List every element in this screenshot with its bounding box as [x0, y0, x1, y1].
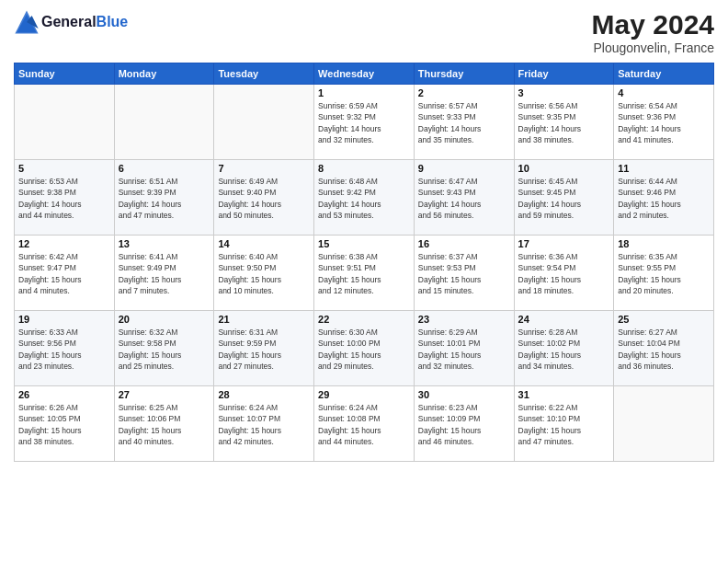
week-row-1: 5Sunrise: 6:53 AM Sunset: 9:38 PM Daylig… — [15, 160, 714, 236]
day-number: 16 — [418, 238, 510, 249]
calendar-cell: 22Sunrise: 6:30 AM Sunset: 10:00 PM Dayl… — [314, 311, 415, 386]
calendar-cell: 23Sunrise: 6:29 AM Sunset: 10:01 PM Dayl… — [414, 311, 514, 386]
calendar-cell: 13Sunrise: 6:41 AM Sunset: 9:49 PM Dayli… — [114, 236, 214, 311]
day-info: Sunrise: 6:40 AM Sunset: 9:50 PM Dayligh… — [218, 251, 310, 296]
logo-icon — [14, 9, 40, 35]
day-info: Sunrise: 6:31 AM Sunset: 9:59 PM Dayligh… — [218, 327, 310, 372]
calendar-cell — [614, 386, 714, 462]
day-info: Sunrise: 6:36 AM Sunset: 9:54 PM Dayligh… — [518, 251, 610, 296]
calendar-cell: 7Sunrise: 6:49 AM Sunset: 9:40 PM Daylig… — [214, 160, 314, 236]
day-number: 4 — [618, 87, 710, 98]
week-row-2: 12Sunrise: 6:42 AM Sunset: 9:47 PM Dayli… — [15, 236, 714, 311]
calendar-cell: 3Sunrise: 6:56 AM Sunset: 9:35 PM Daylig… — [514, 85, 614, 160]
location-title: Plougonvelin, France — [592, 40, 714, 55]
day-info: Sunrise: 6:51 AM Sunset: 9:39 PM Dayligh… — [119, 176, 210, 221]
calendar-cell: 12Sunrise: 6:42 AM Sunset: 9:47 PM Dayli… — [15, 236, 115, 311]
day-number: 27 — [119, 389, 210, 400]
day-info: Sunrise: 6:59 AM Sunset: 9:32 PM Dayligh… — [318, 100, 410, 145]
calendar-cell: 25Sunrise: 6:27 AM Sunset: 10:04 PM Dayl… — [614, 311, 714, 386]
day-info: Sunrise: 6:24 AM Sunset: 10:08 PM Daylig… — [318, 402, 410, 447]
calendar-cell: 9Sunrise: 6:47 AM Sunset: 9:43 PM Daylig… — [414, 160, 514, 236]
calendar-cell: 26Sunrise: 6:26 AM Sunset: 10:05 PM Dayl… — [15, 386, 115, 462]
week-row-4: 26Sunrise: 6:26 AM Sunset: 10:05 PM Dayl… — [15, 386, 714, 462]
calendar-cell: 15Sunrise: 6:38 AM Sunset: 9:51 PM Dayli… — [314, 236, 415, 311]
day-number: 10 — [518, 163, 610, 174]
day-number: 3 — [518, 87, 610, 98]
weekday-header-wednesday: Wednesday — [314, 63, 415, 85]
day-number: 6 — [119, 163, 210, 174]
logo-text: GeneralBlue — [41, 14, 128, 30]
day-number: 2 — [418, 87, 510, 98]
day-number: 29 — [318, 389, 410, 400]
day-number: 17 — [518, 238, 610, 249]
day-number: 24 — [518, 314, 610, 325]
calendar-cell: 17Sunrise: 6:36 AM Sunset: 9:54 PM Dayli… — [514, 236, 614, 311]
day-number: 11 — [618, 163, 710, 174]
calendar-cell: 24Sunrise: 6:28 AM Sunset: 10:02 PM Dayl… — [514, 311, 614, 386]
calendar-cell: 8Sunrise: 6:48 AM Sunset: 9:42 PM Daylig… — [314, 160, 415, 236]
calendar-cell — [214, 85, 314, 160]
weekday-header-monday: Monday — [114, 63, 214, 85]
calendar-cell — [15, 85, 115, 160]
weekday-header-saturday: Saturday — [614, 63, 714, 85]
calendar-cell — [114, 85, 214, 160]
day-number: 23 — [418, 314, 510, 325]
calendar-cell: 16Sunrise: 6:37 AM Sunset: 9:53 PM Dayli… — [414, 236, 514, 311]
calendar-cell: 20Sunrise: 6:32 AM Sunset: 9:58 PM Dayli… — [114, 311, 214, 386]
day-number: 7 — [218, 163, 310, 174]
day-number: 20 — [119, 314, 210, 325]
day-info: Sunrise: 6:26 AM Sunset: 10:05 PM Daylig… — [18, 402, 110, 447]
calendar-cell: 1Sunrise: 6:59 AM Sunset: 9:32 PM Daylig… — [314, 85, 415, 160]
day-number: 19 — [18, 314, 110, 325]
day-info: Sunrise: 6:44 AM Sunset: 9:46 PM Dayligh… — [618, 176, 710, 221]
day-number: 21 — [218, 314, 310, 325]
calendar-cell: 14Sunrise: 6:40 AM Sunset: 9:50 PM Dayli… — [214, 236, 314, 311]
header: GeneralBlue May 2024 Plougonvelin, Franc… — [14, 9, 714, 55]
calendar-table: SundayMondayTuesdayWednesdayThursdayFrid… — [14, 63, 714, 462]
day-number: 26 — [18, 389, 110, 400]
calendar-cell: 21Sunrise: 6:31 AM Sunset: 9:59 PM Dayli… — [214, 311, 314, 386]
calendar-cell: 28Sunrise: 6:24 AM Sunset: 10:07 PM Dayl… — [214, 386, 314, 462]
day-info: Sunrise: 6:25 AM Sunset: 10:06 PM Daylig… — [119, 402, 210, 447]
day-info: Sunrise: 6:30 AM Sunset: 10:00 PM Daylig… — [318, 327, 410, 372]
calendar-cell: 29Sunrise: 6:24 AM Sunset: 10:08 PM Dayl… — [314, 386, 415, 462]
day-info: Sunrise: 6:37 AM Sunset: 9:53 PM Dayligh… — [418, 251, 510, 296]
calendar-cell: 2Sunrise: 6:57 AM Sunset: 9:33 PM Daylig… — [414, 85, 514, 160]
calendar-cell: 31Sunrise: 6:22 AM Sunset: 10:10 PM Dayl… — [514, 386, 614, 462]
day-info: Sunrise: 6:33 AM Sunset: 9:56 PM Dayligh… — [18, 327, 110, 372]
day-number: 28 — [218, 389, 310, 400]
day-info: Sunrise: 6:48 AM Sunset: 9:42 PM Dayligh… — [318, 176, 410, 221]
day-info: Sunrise: 6:22 AM Sunset: 10:10 PM Daylig… — [518, 402, 610, 447]
day-number: 22 — [318, 314, 410, 325]
day-info: Sunrise: 6:57 AM Sunset: 9:33 PM Dayligh… — [418, 100, 510, 145]
calendar-cell: 4Sunrise: 6:54 AM Sunset: 9:36 PM Daylig… — [614, 85, 714, 160]
weekday-header-friday: Friday — [514, 63, 614, 85]
calendar-cell: 30Sunrise: 6:23 AM Sunset: 10:09 PM Dayl… — [414, 386, 514, 462]
day-info: Sunrise: 6:45 AM Sunset: 9:45 PM Dayligh… — [518, 176, 610, 221]
day-number: 30 — [418, 389, 510, 400]
calendar-cell: 11Sunrise: 6:44 AM Sunset: 9:46 PM Dayli… — [614, 160, 714, 236]
day-info: Sunrise: 6:35 AM Sunset: 9:55 PM Dayligh… — [618, 251, 710, 296]
weekday-header-thursday: Thursday — [414, 63, 514, 85]
calendar-cell: 19Sunrise: 6:33 AM Sunset: 9:56 PM Dayli… — [15, 311, 115, 386]
week-row-3: 19Sunrise: 6:33 AM Sunset: 9:56 PM Dayli… — [15, 311, 714, 386]
day-number: 1 — [318, 87, 410, 98]
day-number: 8 — [318, 163, 410, 174]
logo: GeneralBlue — [14, 9, 128, 35]
day-number: 18 — [618, 238, 710, 249]
day-number: 31 — [518, 389, 610, 400]
day-info: Sunrise: 6:23 AM Sunset: 10:09 PM Daylig… — [418, 402, 510, 447]
day-info: Sunrise: 6:49 AM Sunset: 9:40 PM Dayligh… — [218, 176, 310, 221]
day-info: Sunrise: 6:29 AM Sunset: 10:01 PM Daylig… — [418, 327, 510, 372]
day-info: Sunrise: 6:28 AM Sunset: 10:02 PM Daylig… — [518, 327, 610, 372]
page: GeneralBlue May 2024 Plougonvelin, Franc… — [0, 0, 728, 563]
calendar-cell: 10Sunrise: 6:45 AM Sunset: 9:45 PM Dayli… — [514, 160, 614, 236]
calendar-cell: 5Sunrise: 6:53 AM Sunset: 9:38 PM Daylig… — [15, 160, 115, 236]
weekday-header-sunday: Sunday — [15, 63, 115, 85]
calendar-cell: 6Sunrise: 6:51 AM Sunset: 9:39 PM Daylig… — [114, 160, 214, 236]
title-block: May 2024 Plougonvelin, France — [592, 9, 714, 55]
day-info: Sunrise: 6:53 AM Sunset: 9:38 PM Dayligh… — [18, 176, 110, 221]
weekday-header-row: SundayMondayTuesdayWednesdayThursdayFrid… — [15, 63, 714, 85]
day-info: Sunrise: 6:24 AM Sunset: 10:07 PM Daylig… — [218, 402, 310, 447]
day-number: 14 — [218, 238, 310, 249]
